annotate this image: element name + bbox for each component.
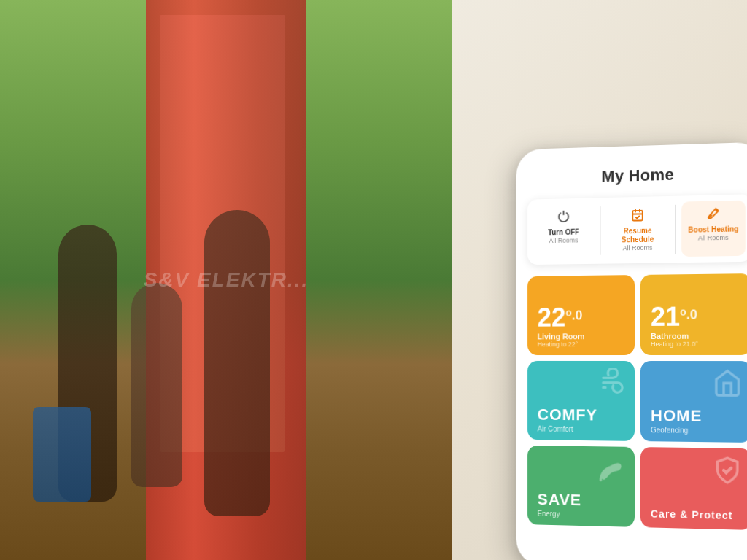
- tiles-grid: 22o.0 Living Room Heating to 22° 21o.0 B…: [527, 273, 747, 530]
- divider-2: [675, 205, 676, 254]
- resume-label: Resume Schedule: [609, 226, 666, 244]
- app-title: My Home: [527, 163, 747, 188]
- wall-background: My Home Turn OFF All Rooms: [452, 0, 747, 560]
- comfy-sublabel: Air Comfort: [538, 425, 624, 434]
- svg-rect-0: [632, 211, 642, 221]
- phone-header: My Home: [527, 154, 747, 199]
- living-room-tile[interactable]: 22o.0 Living Room Heating to 22°: [527, 275, 635, 355]
- leaf-icon: [597, 454, 627, 486]
- figure-child: [131, 283, 182, 487]
- boost-label: Boost Heating: [688, 225, 738, 234]
- phone-screen: My Home Turn OFF All Rooms: [516, 142, 747, 560]
- figure-adult-right: [204, 210, 270, 516]
- rocket-icon: [707, 206, 720, 223]
- action-buttons-row: Turn OFF All Rooms: [527, 194, 747, 265]
- wind-icon: [597, 368, 627, 400]
- living-room-subtitle: Heating to 22°: [538, 341, 624, 348]
- home-label: HOME: [651, 406, 741, 426]
- power-icon: [557, 210, 570, 226]
- comfy-label: COMFY: [538, 405, 624, 425]
- save-sublabel: Energy: [538, 510, 624, 520]
- living-room-temp: 22o.0: [538, 304, 624, 330]
- home-tile[interactable]: HOME Geofencing: [640, 361, 747, 443]
- schedule-icon: [631, 209, 644, 225]
- luggage: [33, 407, 91, 502]
- turn-off-label: Turn OFF: [548, 228, 579, 238]
- bathroom-temp: 21o.0: [651, 303, 741, 330]
- photo-background: S&V ELEKTR...: [0, 0, 452, 560]
- divider: [600, 206, 600, 255]
- phone-mockup: My Home Turn OFF All Rooms: [516, 142, 747, 560]
- home-icon: [713, 368, 743, 401]
- home-sublabel: Geofencing: [651, 426, 741, 435]
- watermark: S&V ELEKTR...: [144, 268, 309, 292]
- living-room-label: Living Room: [538, 332, 624, 341]
- turn-off-sublabel: All Rooms: [549, 236, 578, 244]
- comfy-tile[interactable]: COMFY Air Comfort: [527, 361, 635, 441]
- resume-schedule-button[interactable]: Resume Schedule All Rooms: [606, 202, 669, 258]
- care-protect-label: Care & Protect: [651, 508, 741, 521]
- bathroom-label: Bathroom: [651, 331, 741, 340]
- save-tile[interactable]: SAVE Energy: [527, 446, 635, 527]
- save-label: SAVE: [538, 490, 624, 510]
- turn-off-button[interactable]: Turn OFF All Rooms: [533, 203, 595, 259]
- heart-shield-icon: [713, 455, 743, 488]
- bathroom-tile[interactable]: 21o.0 Bathroom Heating to 21.0°: [640, 273, 747, 355]
- boost-heating-button[interactable]: Boost Heating All Rooms: [681, 201, 746, 257]
- boost-sublabel: All Rooms: [698, 234, 729, 242]
- svg-point-4: [716, 209, 717, 211]
- care-protect-tile[interactable]: Care & Protect: [640, 447, 747, 530]
- resume-sublabel: All Rooms: [623, 244, 653, 252]
- bathroom-subtitle: Heating to 21.0°: [651, 341, 741, 348]
